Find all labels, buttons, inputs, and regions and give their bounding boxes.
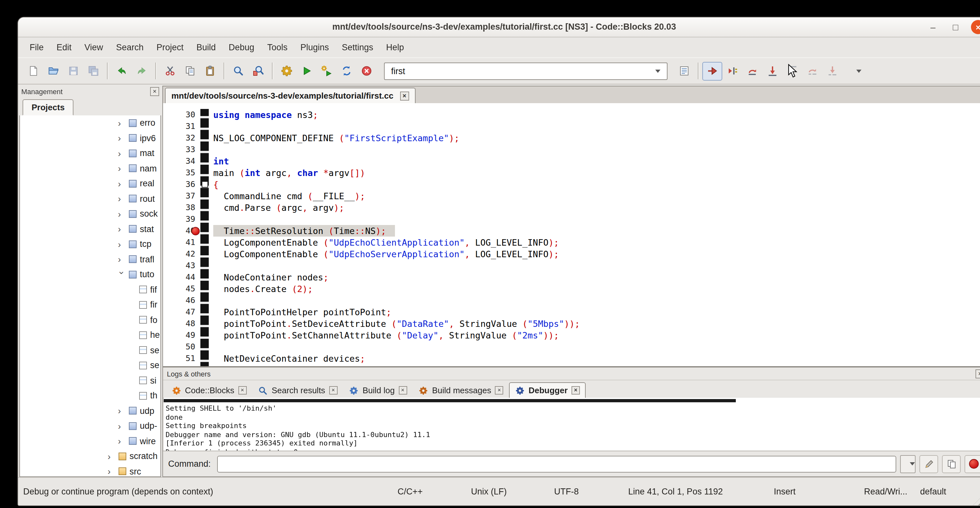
build-button[interactable] <box>277 62 296 80</box>
tree-item-fo[interactable]: fo <box>20 312 161 328</box>
chevron-right-icon[interactable]: › <box>108 467 116 476</box>
menu-tools[interactable]: Tools <box>261 40 294 54</box>
chevron-right-icon[interactable]: › <box>118 255 126 264</box>
tree-item-se[interactable]: se <box>20 342 161 358</box>
redo-button[interactable] <box>131 62 151 80</box>
find-in-files-button[interactable] <box>248 62 268 80</box>
chevron-right-icon[interactable]: › <box>108 452 116 461</box>
close-icon[interactable]: × <box>329 386 337 395</box>
command-dropdown-button[interactable] <box>900 455 916 473</box>
run-button[interactable] <box>296 62 317 80</box>
code-line-43[interactable]: 43 <box>163 260 980 271</box>
breakpoint-icon[interactable] <box>191 226 200 235</box>
tree-item-nam[interactable]: ›nam <box>20 161 161 176</box>
chevron-right-icon[interactable]: › <box>118 225 126 234</box>
cut-button[interactable] <box>160 62 180 80</box>
menu-debug[interactable]: Debug <box>222 40 261 54</box>
chevron-right-icon[interactable]: › <box>118 437 126 446</box>
tree-item-trafl[interactable]: ›trafl <box>20 252 161 267</box>
code-line-34[interactable]: 34int <box>163 155 980 167</box>
menu-help[interactable]: Help <box>380 40 411 54</box>
tree-item-ipv6[interactable]: ›ipv6 <box>20 131 161 146</box>
code-line-46[interactable]: 46 <box>163 295 980 306</box>
close-icon[interactable]: × <box>150 87 159 96</box>
file-list-button[interactable] <box>674 62 694 80</box>
copy-log-button[interactable] <box>942 455 961 473</box>
next-line-button[interactable] <box>742 62 762 80</box>
tree-item-th[interactable]: th <box>20 388 161 403</box>
chevron-right-icon[interactable]: › <box>118 179 126 188</box>
chevron-right-icon[interactable]: › <box>118 134 126 143</box>
tree-item-wire[interactable]: ›wire <box>20 433 161 449</box>
next-instruction-button[interactable] <box>802 62 822 80</box>
title-bar[interactable]: mnt/dev/tools/source/ns-3-dev/examples/t… <box>18 18 980 37</box>
tree-item-fir[interactable]: fir <box>20 297 161 312</box>
tree-item-stat[interactable]: ›stat <box>20 221 161 237</box>
tree-item-rout[interactable]: ›rout <box>20 191 161 206</box>
close-icon[interactable]: × <box>238 386 247 395</box>
command-input[interactable] <box>217 455 896 472</box>
menu-build[interactable]: Build <box>190 40 222 54</box>
save-all-button[interactable] <box>83 62 103 80</box>
code-line-33[interactable]: 33 <box>163 144 980 155</box>
tree-item-se[interactable]: se <box>20 358 161 373</box>
chevron-right-icon[interactable]: › <box>118 164 126 173</box>
chevron-right-icon[interactable]: › <box>118 149 126 158</box>
close-button[interactable]: × <box>971 20 980 34</box>
tree-item-he[interactable]: he <box>20 328 161 342</box>
debug-continue-button[interactable] <box>702 62 722 80</box>
chevron-right-icon[interactable]: › <box>118 240 126 249</box>
debug-menu-button[interactable] <box>842 62 862 80</box>
minimize-button[interactable]: – <box>926 20 940 34</box>
code-line-48[interactable]: 48 pointToPoint.SetDeviceAttribute ("Dat… <box>163 318 980 330</box>
code-line-32[interactable]: 32NS_LOG_COMPONENT_DEFINE ("FirstScriptE… <box>163 132 980 144</box>
log-tab-debugger[interactable]: Debugger× <box>509 382 586 398</box>
chevron-right-icon[interactable]: › <box>118 194 126 204</box>
code-line-47[interactable]: 47 PointToPointHelper pointToPoint; <box>163 306 980 318</box>
code-line-39[interactable]: 39 <box>163 213 980 225</box>
code-line-36[interactable]: 36{ <box>163 178 980 190</box>
paste-button[interactable] <box>200 62 220 80</box>
code-line-30[interactable]: 30using namespace ns3; <box>163 109 980 121</box>
save-button[interactable] <box>63 62 83 80</box>
log-tab-search-results[interactable]: Search results× <box>252 382 343 398</box>
stop-debugger-button[interactable] <box>964 455 980 473</box>
tree-item-erro[interactable]: ›erro <box>20 115 161 131</box>
log-output[interactable]: Setting SHELL to '/bin/sh'doneSetting br… <box>164 398 980 452</box>
code-line-49[interactable]: 49 pointToPoint.SetChannelAttribute ("De… <box>163 330 980 341</box>
code-line-51[interactable]: 51 NetDeviceContainer devices; <box>163 353 980 364</box>
code-line-40[interactable]: 40 Time::SetResolution (Time::NS); <box>163 225 980 237</box>
run-to-cursor-button[interactable] <box>722 62 742 80</box>
code-line-45[interactable]: 45 nodes.Create (2); <box>163 283 980 295</box>
rebuild-button[interactable] <box>336 62 356 80</box>
build-target-combobox[interactable]: first <box>384 62 668 80</box>
tree-item-udp-[interactable]: ›udp- <box>20 419 161 433</box>
menu-settings[interactable]: Settings <box>336 40 380 54</box>
resize-grip[interactable] <box>973 489 980 505</box>
close-icon[interactable]: × <box>400 91 409 100</box>
undo-button[interactable] <box>111 62 131 80</box>
code-line-37[interactable]: 37 CommandLine cmd (__FILE__); <box>163 190 980 202</box>
close-icon[interactable]: × <box>495 386 504 395</box>
code-line-50[interactable]: 50 <box>163 341 980 353</box>
abort-button[interactable] <box>356 62 376 80</box>
new-file-button[interactable] <box>23 62 43 80</box>
code-line-52[interactable]: 52 devices = pointToPoint.Install (nodes… <box>163 364 980 366</box>
code-line-42[interactable]: 42 LogComponentEnable ("UdpEchoServerApp… <box>163 248 980 260</box>
tree-item-sock[interactable]: ›sock <box>20 206 161 221</box>
tree-item-mat[interactable]: ›mat <box>20 146 161 161</box>
tree-item-udp[interactable]: ›udp <box>20 403 161 419</box>
menu-search[interactable]: Search <box>110 40 150 54</box>
tree-item-src[interactable]: ›src <box>20 464 161 477</box>
code-area[interactable]: 30using namespace ns3;3132NS_LOG_COMPONE… <box>163 103 980 366</box>
tree-item-tcp[interactable]: ›tcp <box>20 237 161 252</box>
pencil-button[interactable] <box>920 455 938 473</box>
menu-edit[interactable]: Edit <box>50 40 78 54</box>
chevron-right-icon[interactable]: › <box>118 119 126 127</box>
menu-plugins[interactable]: Plugins <box>294 40 336 54</box>
menu-file[interactable]: File <box>23 40 50 54</box>
step-into-button[interactable] <box>762 62 782 80</box>
open-file-button[interactable] <box>43 62 63 80</box>
build-and-run-button[interactable] <box>317 62 336 80</box>
close-icon[interactable]: × <box>399 386 407 395</box>
